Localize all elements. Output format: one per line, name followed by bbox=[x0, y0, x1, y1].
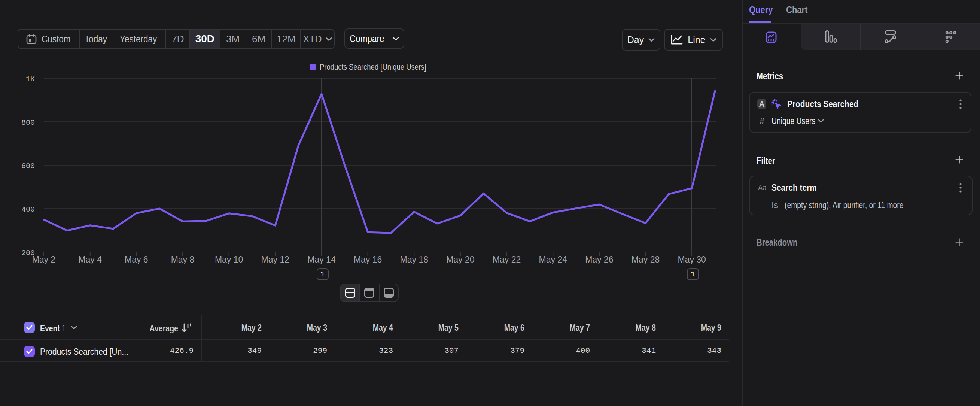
svg-text:May 10: May 10 bbox=[215, 255, 243, 264]
svg-text:May 18: May 18 bbox=[400, 255, 428, 264]
svg-text:May 22: May 22 bbox=[493, 255, 521, 264]
svg-text:May 20: May 20 bbox=[446, 255, 474, 264]
svg-text:May 6: May 6 bbox=[125, 255, 148, 264]
svg-text:May 14: May 14 bbox=[307, 255, 336, 264]
svg-text:May 30: May 30 bbox=[678, 255, 706, 264]
svg-text:May 28: May 28 bbox=[632, 255, 660, 264]
svg-text:May 16: May 16 bbox=[354, 255, 382, 264]
svg-text:1K: 1K bbox=[26, 75, 35, 84]
svg-text:800: 800 bbox=[21, 118, 35, 127]
svg-text:400: 400 bbox=[21, 205, 35, 214]
svg-text:May 8: May 8 bbox=[171, 255, 195, 264]
svg-text:May 12: May 12 bbox=[261, 255, 290, 264]
svg-text:May 4: May 4 bbox=[78, 255, 102, 264]
svg-text:600: 600 bbox=[21, 162, 35, 170]
svg-text:May 2: May 2 bbox=[32, 255, 56, 264]
svg-text:May 24: May 24 bbox=[539, 255, 568, 264]
svg-text:May 26: May 26 bbox=[585, 255, 613, 264]
